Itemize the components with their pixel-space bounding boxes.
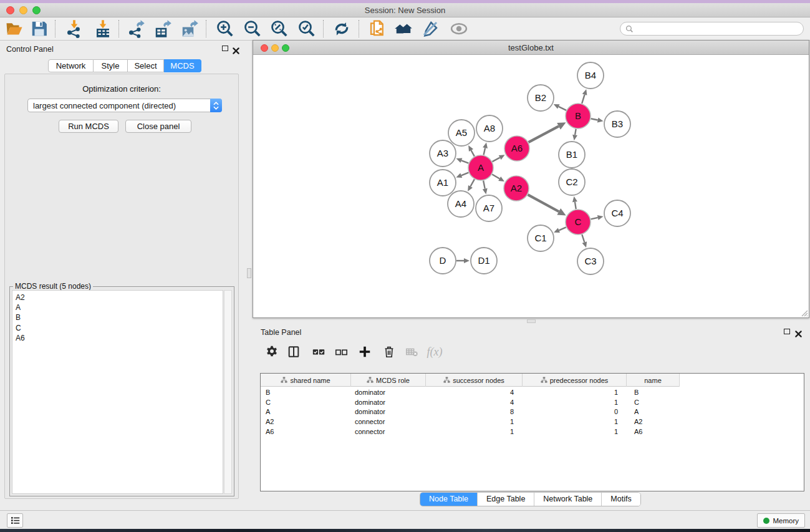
zoom-in-icon[interactable] (216, 19, 234, 38)
network-node-A4[interactable]: A4 (448, 191, 474, 217)
network-edge-C-C1[interactable] (554, 227, 566, 233)
network-node-A5[interactable]: A5 (448, 120, 475, 146)
delete-table-icon[interactable] (403, 343, 420, 360)
network-edge-A-A3[interactable] (456, 158, 469, 163)
network-edge-C-C4[interactable] (591, 215, 603, 220)
mcds-result-scrollbar[interactable] (224, 290, 232, 494)
apply-layout-icon[interactable] (332, 19, 351, 38)
column-header-MCDS-role[interactable]: MCDS role (351, 374, 426, 387)
network-node-A2[interactable]: A2 (504, 176, 529, 201)
export-table-icon[interactable] (153, 19, 172, 38)
optimization-criterion-select[interactable]: largest connected component (directed) (27, 99, 222, 112)
column-header-predecessor-nodes[interactable]: predecessor nodes (523, 374, 627, 387)
zoom-fit-icon[interactable] (270, 19, 289, 38)
browser-home-icon[interactable] (394, 19, 413, 38)
network-edge-C-C3[interactable] (582, 235, 587, 248)
import-table-icon[interactable] (94, 19, 112, 38)
network-edge-A-A1[interactable] (456, 173, 468, 178)
mcds-result-item[interactable]: B (12, 312, 223, 322)
network-edge-A-A8[interactable] (483, 142, 488, 155)
select-all-columns-icon[interactable] (310, 343, 327, 360)
divider-grip[interactable] (527, 319, 536, 323)
table-row[interactable]: A2connector11A2 (261, 417, 804, 427)
network-edge-A-A6[interactable] (493, 155, 505, 162)
tab-mcds[interactable]: MCDS (164, 59, 201, 72)
network-edge-A6-B[interactable] (529, 122, 566, 142)
network-edge-B-B4[interactable] (582, 89, 587, 104)
search-field[interactable] (620, 22, 804, 36)
network-node-C2[interactable]: C2 (559, 169, 585, 195)
network-edge-D-D1[interactable] (456, 258, 470, 263)
run-mcds-button[interactable]: Run MCDS (59, 120, 118, 133)
clone-network-icon[interactable] (368, 19, 387, 38)
network-node-C[interactable]: C (566, 210, 591, 235)
tab-select[interactable]: Select (128, 59, 164, 72)
export-image-icon[interactable] (180, 19, 199, 38)
delete-columns-icon[interactable] (380, 343, 398, 360)
close-panel-button[interactable]: Close panel (125, 120, 191, 133)
tab-style[interactable]: Style (94, 59, 128, 72)
network-node-B3[interactable]: B3 (604, 111, 630, 137)
network-node-C1[interactable]: C1 (528, 225, 554, 251)
export-network-icon[interactable] (127, 19, 145, 38)
create-new-column-icon[interactable] (356, 343, 374, 360)
network-node-D1[interactable]: D1 (471, 248, 497, 274)
network-edge-B-B3[interactable] (591, 118, 604, 123)
save-session-icon[interactable] (30, 19, 49, 38)
network-node-A8[interactable]: A8 (476, 115, 503, 142)
import-network-icon[interactable] (65, 19, 84, 38)
function-builder-icon[interactable]: f(x) (426, 343, 443, 360)
resize-grip-icon[interactable] (799, 308, 808, 317)
float-panel-icon[interactable] (784, 329, 790, 334)
close-panel-icon[interactable] (795, 329, 802, 336)
network-node-D[interactable]: D (430, 248, 456, 274)
network-edge-A-A2[interactable] (492, 175, 504, 181)
network-edge-B-B1[interactable] (572, 129, 577, 141)
search-input[interactable] (637, 24, 798, 33)
mcds-result-item[interactable]: C (12, 323, 223, 333)
tab-node-table[interactable]: Node Table (420, 493, 477, 506)
show-graphics-details-icon[interactable] (450, 19, 468, 38)
unselect-all-columns-icon[interactable] (332, 343, 350, 360)
hide-annotations-icon[interactable] (421, 19, 440, 38)
network-edge-C-C2[interactable] (572, 196, 577, 210)
table-row[interactable]: Cdominator41C (261, 397, 804, 407)
network-node-A1[interactable]: A1 (430, 170, 456, 196)
network-node-B[interactable]: B (566, 104, 591, 128)
zoom-selected-icon[interactable] (297, 19, 316, 38)
network-node-A6[interactable]: A6 (504, 136, 529, 161)
column-header-shared-name[interactable]: shared name (261, 374, 351, 387)
network-edge-A-A4[interactable] (468, 179, 475, 191)
mcds-result-item[interactable]: A (12, 302, 223, 312)
divider-grip[interactable] (247, 268, 251, 278)
network-node-C4[interactable]: C4 (604, 200, 630, 226)
tab-motifs[interactable]: Motifs (601, 493, 640, 506)
network-node-A3[interactable]: A3 (430, 140, 456, 167)
table-row[interactable]: Adominator80A (261, 407, 804, 417)
close-panel-icon[interactable] (233, 46, 239, 52)
float-panel-icon[interactable] (222, 46, 228, 51)
network-node-C3[interactable]: C3 (577, 248, 604, 274)
table-row[interactable]: A6connector11A6 (261, 427, 804, 437)
network-edge-A2-C[interactable] (528, 195, 566, 215)
column-settings-gear-icon[interactable] (263, 343, 281, 360)
network-edge-A-A5[interactable] (468, 145, 475, 157)
open-session-icon[interactable] (5, 19, 24, 38)
mcds-result-item[interactable]: A2 (12, 293, 223, 302)
network-node-A7[interactable]: A7 (476, 195, 502, 221)
network-node-B4[interactable]: B4 (577, 62, 604, 89)
mcds-result-item[interactable]: A6 (12, 333, 223, 343)
column-header-name[interactable]: name (627, 374, 680, 387)
network-node-A[interactable]: A (468, 155, 493, 180)
network-node-B2[interactable]: B2 (528, 85, 554, 111)
column-header-successor-nodes[interactable]: successor nodes (426, 374, 523, 387)
task-history-button[interactable] (7, 513, 23, 528)
tab-network[interactable]: Network (48, 59, 94, 72)
network-node-B1[interactable]: B1 (559, 142, 585, 168)
tab-edge-table[interactable]: Edge Table (477, 493, 534, 506)
network-canvas[interactable]: AA1A2A3A4A5A6A7A8BB1B2B3B4CC1C2C3C4DD1 (253, 56, 809, 317)
show-column-panel-icon[interactable] (285, 343, 302, 360)
table-row[interactable]: Bdominator41B (261, 387, 804, 397)
network-edge-B-B2[interactable] (554, 104, 566, 110)
tab-network-table[interactable]: Network Table (534, 493, 601, 506)
